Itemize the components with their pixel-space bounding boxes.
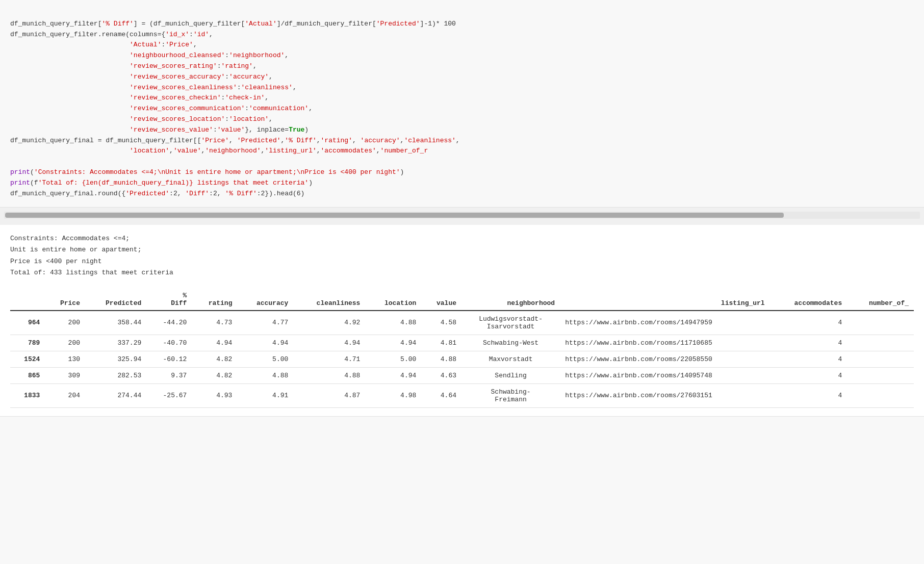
cell-location: 5.00 <box>365 351 421 367</box>
row-index: 1833 <box>10 383 45 407</box>
table-row: 964 200 358.44 -44.20 4.73 4.77 4.92 4.8… <box>10 311 914 335</box>
output-cell: Constraints: Accommodates <=4; Unit is e… <box>0 225 924 416</box>
cell-accuracy: 4.94 <box>237 335 293 351</box>
code-line-print2: print(f'Total of: {len(df_munich_query_f… <box>10 179 313 187</box>
row-index: 789 <box>10 335 45 351</box>
cell-predicted: 358.44 <box>85 311 146 335</box>
code-line-1: df_munich_query_filter['% Diff'] = (df_m… <box>10 20 456 28</box>
cell-cleanliness: 4.94 <box>293 335 365 351</box>
cell-neighborhood: Maxvorstadt <box>461 351 560 367</box>
cell-predicted: 282.53 <box>85 367 146 383</box>
cell-rating: 4.82 <box>192 367 237 383</box>
cell-neighborhood: Schwabing-Freimann <box>461 383 560 407</box>
cell-number-of <box>847 335 914 351</box>
cell-price: 130 <box>45 351 85 367</box>
cell-value: 4.81 <box>421 335 461 351</box>
cell-accuracy: 4.91 <box>237 383 293 407</box>
table-row: 1833 204 274.44 -25.67 4.93 4.91 4.87 4.… <box>10 383 914 407</box>
cell-pct-diff: -40.70 <box>146 335 192 351</box>
cell-neighborhood: Ludwigsvorstadt-Isarvorstadt <box>461 311 560 335</box>
code-line-print1: print('Constraints: Accommodates <=4;\nU… <box>10 168 404 176</box>
col-header-rating: rating <box>192 289 237 311</box>
col-header-predicted: Predicted <box>85 289 146 311</box>
horizontal-scrollbar[interactable] <box>4 212 920 219</box>
cell-listing-url: https://www.airbnb.com/rooms/11710685 <box>560 335 770 351</box>
col-header-accommodates: accommodates <box>770 289 848 311</box>
cell-number-of <box>847 383 914 407</box>
cell-value: 4.63 <box>421 367 461 383</box>
cell-pct-diff: -44.20 <box>146 311 192 335</box>
cell-accommodates: 4 <box>770 351 848 367</box>
cell-pct-diff: -25.67 <box>146 383 192 407</box>
cell-cleanliness: 4.88 <box>293 367 365 383</box>
col-header-cleanliness: cleanliness <box>293 289 365 311</box>
cell-location: 4.98 <box>365 383 421 407</box>
cell-rating: 4.82 <box>192 351 237 367</box>
row-index: 865 <box>10 367 45 383</box>
cell-predicted: 274.44 <box>85 383 146 407</box>
cell-accuracy: 4.88 <box>237 367 293 383</box>
cell-accommodates: 4 <box>770 383 848 407</box>
results-table: Price Predicted %Diff rating accuracy cl… <box>10 289 914 408</box>
output-text: Constraints: Accommodates <=4; Unit is e… <box>10 233 914 278</box>
cell-accommodates: 4 <box>770 311 848 335</box>
cell-rating: 4.93 <box>192 383 237 407</box>
row-index: 964 <box>10 311 45 335</box>
table-row: 1524 130 325.94 -60.12 4.82 5.00 4.71 5.… <box>10 351 914 367</box>
cell-listing-url: https://www.airbnb.com/rooms/14095748 <box>560 367 770 383</box>
cell-accuracy: 5.00 <box>237 351 293 367</box>
cell-rating: 4.94 <box>192 335 237 351</box>
cell-rating: 4.73 <box>192 311 237 335</box>
data-table-wrapper: Price Predicted %Diff rating accuracy cl… <box>10 289 914 408</box>
cell-accommodates: 4 <box>770 335 848 351</box>
cell-neighborhood: Schwabing-West <box>461 335 560 351</box>
code-line-rename: df_munich_query_filter.rename(columns={'… <box>10 31 313 134</box>
table-header-row: Price Predicted %Diff rating accuracy cl… <box>10 289 914 311</box>
col-header-accuracy: accuracy <box>237 289 293 311</box>
cell-neighborhood: Sendling <box>461 367 560 383</box>
cell-number-of <box>847 311 914 335</box>
col-header-value: value <box>421 289 461 311</box>
code-line-round: df_munich_query_final.round({'Predicted'… <box>10 190 304 197</box>
cell-location: 4.94 <box>365 367 421 383</box>
cell-price: 200 <box>45 335 85 351</box>
cell-accommodates: 4 <box>770 367 848 383</box>
cell-cleanliness: 4.71 <box>293 351 365 367</box>
col-header-listing-url: listing_url <box>560 289 770 311</box>
code-line-final: df_munich_query_final = df_munich_query_… <box>10 137 460 155</box>
table-row: 865 309 282.53 9.37 4.82 4.88 4.88 4.94 … <box>10 367 914 383</box>
cell-number-of <box>847 367 914 383</box>
cell-location: 4.88 <box>365 311 421 335</box>
cell-value: 4.88 <box>421 351 461 367</box>
cell-price: 204 <box>45 383 85 407</box>
col-header-neighborhood: neighborhood <box>461 289 560 311</box>
cell-listing-url: https://www.airbnb.com/rooms/22058550 <box>560 351 770 367</box>
cell-number-of <box>847 351 914 367</box>
col-header-location: location <box>365 289 421 311</box>
cell-value: 4.64 <box>421 383 461 407</box>
col-header-index <box>10 289 45 311</box>
col-header-number-of: number_of_ <box>847 289 914 311</box>
table-row: 789 200 337.29 -40.70 4.94 4.94 4.94 4.9… <box>10 335 914 351</box>
cell-value: 4.58 <box>421 311 461 335</box>
cell-pct-diff: 9.37 <box>146 367 192 383</box>
cell-cleanliness: 4.87 <box>293 383 365 407</box>
code-cell: df_munich_query_filter['% Diff'] = (df_m… <box>0 0 924 208</box>
row-index: 1524 <box>10 351 45 367</box>
cell-listing-url: https://www.airbnb.com/rooms/14947959 <box>560 311 770 335</box>
cell-price: 309 <box>45 367 85 383</box>
cell-price: 200 <box>45 311 85 335</box>
cell-predicted: 337.29 <box>85 335 146 351</box>
cell-pct-diff: -60.12 <box>146 351 192 367</box>
cell-listing-url: https://www.airbnb.com/rooms/27603151 <box>560 383 770 407</box>
cell-accuracy: 4.77 <box>237 311 293 335</box>
cell-predicted: 325.94 <box>85 351 146 367</box>
cell-location: 4.94 <box>365 335 421 351</box>
col-header-pct-diff: %Diff <box>146 289 192 311</box>
cell-cleanliness: 4.92 <box>293 311 365 335</box>
col-header-price: Price <box>45 289 85 311</box>
